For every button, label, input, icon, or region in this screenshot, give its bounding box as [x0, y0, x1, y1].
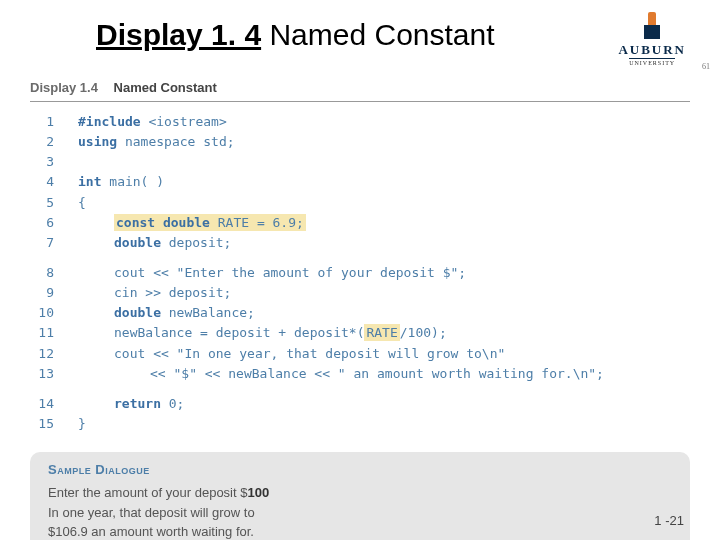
sample-dialogue-title: Sample Dialogue [48, 462, 672, 477]
code-line: { [78, 193, 690, 213]
lineno: 12 [30, 344, 54, 364]
lineno: 15 [30, 414, 54, 434]
title-bold: Display 1. 4 [96, 18, 261, 51]
code-line: } [78, 414, 690, 434]
slide-number: 1 -21 [654, 513, 684, 528]
line-numbers: 8 9 10 11 12 13 [30, 263, 78, 384]
code-block-2: 8 9 10 11 12 13 cout << "Enter the amoun… [30, 263, 690, 384]
lineno: 9 [30, 283, 54, 303]
lineno: 11 [30, 323, 54, 343]
code-block-3: 14 15 return 0; } [30, 394, 690, 434]
logo-sub: UNIVERSITY [629, 58, 675, 66]
code-block-1: 1 2 3 4 5 6 7 #include <iostream> using … [30, 112, 690, 253]
title-row: Display 1. 4 Named Constant AUBURN UNIVE… [30, 18, 690, 66]
display-number: Display 1.4 [30, 80, 98, 95]
code-listing: 1 2 3 4 5 6 7 #include <iostream> using … [30, 112, 690, 434]
prompt-text: Enter the amount of your deposit $ [48, 485, 247, 500]
sample-dialogue-box: Sample Dialogue Enter the amount of your… [30, 452, 690, 540]
lineno: 4 [30, 172, 54, 192]
lineno: 2 [30, 132, 54, 152]
lineno: 3 [30, 152, 54, 172]
code-line: newBalance = deposit + deposit*(RATE/100… [114, 323, 690, 343]
sample-line: $106.9 an amount worth waiting for. [48, 522, 672, 540]
display-name: Named Constant [114, 80, 217, 95]
code-line: #include <iostream> [78, 112, 690, 132]
highlight: const double RATE = 6.9; [114, 214, 306, 231]
book-page-hint: 61 [702, 62, 710, 71]
lineno: 7 [30, 233, 54, 253]
code-line: cout << "In one year, that deposit will … [114, 344, 690, 364]
code-line: int main( ) [78, 172, 690, 192]
sample-line: Enter the amount of your deposit $100 [48, 483, 672, 503]
display-header: Display 1.4 Named Constant [30, 76, 690, 102]
slide-title: Display 1. 4 Named Constant [96, 18, 495, 52]
logo-name: AUBURN [618, 42, 686, 58]
lineno: 8 [30, 263, 54, 283]
lineno: 10 [30, 303, 54, 323]
lineno: 13 [30, 364, 54, 384]
slide: Display 1. 4 Named Constant AUBURN UNIVE… [0, 0, 720, 540]
line-numbers: 14 15 [30, 394, 78, 434]
lineno: 6 [30, 213, 54, 233]
tower-icon [644, 12, 660, 40]
code-line [78, 152, 690, 172]
lineno: 5 [30, 193, 54, 213]
code-line: cin >> deposit; [114, 283, 690, 303]
code-lines: return 0; } [78, 394, 690, 434]
code-line: double deposit; [114, 233, 690, 253]
highlight: RATE [364, 324, 399, 341]
code-line: double newBalance; [114, 303, 690, 323]
code-lines: #include <iostream> using namespace std;… [78, 112, 690, 253]
lineno: 14 [30, 394, 54, 414]
book-excerpt: Display 1.4 Named Constant 1 2 3 4 5 6 7… [30, 76, 690, 540]
code-line: using namespace std; [78, 132, 690, 152]
lineno: 1 [30, 112, 54, 132]
code-line: const double RATE = 6.9; [114, 213, 690, 233]
code-line: return 0; [114, 394, 690, 414]
sample-line: In one year, that deposit will grow to [48, 503, 672, 523]
user-input: 100 [247, 485, 269, 500]
code-line: cout << "Enter the amount of your deposi… [114, 263, 690, 283]
title-rest: Named Constant [261, 18, 494, 51]
code-lines: cout << "Enter the amount of your deposi… [78, 263, 690, 384]
code-line: << "$" << newBalance << " an amount wort… [150, 364, 690, 384]
auburn-logo: AUBURN UNIVERSITY [618, 12, 686, 66]
line-numbers: 1 2 3 4 5 6 7 [30, 112, 78, 253]
